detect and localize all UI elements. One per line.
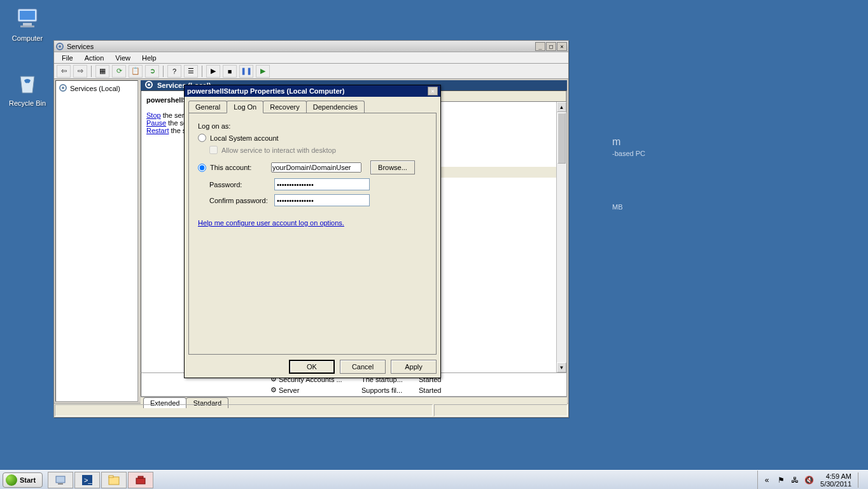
restart-service-button[interactable]: ▶ <box>256 65 270 78</box>
desktop-icon-label: Recycle Bin <box>9 99 46 107</box>
menubar: File Action View Help <box>54 52 568 64</box>
svg-rect-15 <box>109 476 113 478</box>
system-tray: « ⚑ 🖧 🔇 4:59 AM 5/30/2011 <box>757 471 868 489</box>
svg-point-9 <box>148 83 150 86</box>
volume-icon[interactable]: 🔇 <box>804 475 814 485</box>
svg-rect-16 <box>136 478 145 484</box>
svg-text:>_: >_ <box>84 476 92 484</box>
taskbar: Start >_ « ⚑ 🖧 🔇 4:59 AM 5/30/2011 <box>0 470 868 489</box>
gear-icon <box>144 80 153 90</box>
desktop-watermark: m -based PC MB <box>612 136 645 213</box>
gear-icon: ⚙ <box>269 386 279 394</box>
scrollbar[interactable]: ▲ ▼ <box>556 102 566 372</box>
show-desktop-button[interactable] <box>858 472 864 488</box>
radio-this-account[interactable] <box>198 164 206 172</box>
minimize-button[interactable]: _ <box>535 42 545 51</box>
ql-toolbox[interactable] <box>128 472 153 488</box>
confirm-password-label: Confirm password: <box>209 197 274 204</box>
menu-action[interactable]: Action <box>80 53 109 63</box>
ql-explorer[interactable] <box>101 472 127 488</box>
desktop-icon-recycle-bin[interactable]: Recycle Bin <box>5 70 50 107</box>
svg-rect-1 <box>20 11 35 20</box>
ql-powershell[interactable]: >_ <box>74 472 100 488</box>
quick-launch: >_ <box>48 472 153 488</box>
properties-dialog: powershellStartup Properties (Local Comp… <box>184 85 441 378</box>
desktop-icon-computer[interactable]: Computer <box>5 5 50 42</box>
tab-logon[interactable]: Log On <box>227 101 263 113</box>
confirm-password-input[interactable] <box>274 194 370 206</box>
maximize-button[interactable]: □ <box>546 42 556 51</box>
toolbar: ⇦ ⇨ ▦ ⟳ 📋 ➲ ? ☰ ▶ ■ ❚❚ ▶ <box>54 64 568 79</box>
pause-link[interactable]: Pause <box>146 119 166 127</box>
forward-button[interactable]: ⇨ <box>73 65 87 78</box>
tab-recovery[interactable]: Recovery <box>263 101 306 113</box>
window-title: Services <box>67 43 535 50</box>
svg-point-5 <box>59 45 61 48</box>
dialog-panel-logon: Log on as: Local System account Allow se… <box>188 113 437 355</box>
desktop-icon-label: Computer <box>12 34 43 42</box>
svg-rect-3 <box>20 25 34 27</box>
menu-help[interactable]: Help <box>137 53 162 63</box>
help-link[interactable]: Help me configure user account log on op… <box>198 219 344 227</box>
dialog-titlebar[interactable]: powershellStartup Properties (Local Comp… <box>185 85 440 97</box>
clock[interactable]: 4:59 AM 5/30/2011 <box>818 472 854 488</box>
tree-pane: Services (Local) <box>55 80 138 402</box>
titlebar[interactable]: Services _ □ ✕ <box>54 41 568 52</box>
windows-orb-icon <box>6 474 17 486</box>
close-button[interactable]: ✕ <box>557 42 567 51</box>
network-icon[interactable]: 🖧 <box>790 475 800 485</box>
password-label: Password: <box>209 181 274 188</box>
stop-service-button[interactable]: ■ <box>223 65 237 78</box>
svg-point-7 <box>62 87 64 89</box>
dialog-close-button[interactable]: ✕ <box>428 87 438 96</box>
list-button[interactable]: ☰ <box>184 65 198 78</box>
radio-local-system[interactable] <box>198 134 206 142</box>
menu-file[interactable]: File <box>57 53 78 63</box>
scroll-up-button[interactable]: ▲ <box>557 102 566 112</box>
svg-rect-2 <box>23 23 32 25</box>
password-input[interactable] <box>274 178 370 190</box>
start-service-button[interactable]: ▶ <box>206 65 220 78</box>
ql-server-manager[interactable] <box>48 472 73 488</box>
scroll-down-button[interactable]: ▼ <box>557 362 566 372</box>
stop-link[interactable]: Stop <box>146 111 161 119</box>
computer-icon <box>14 5 41 32</box>
restart-link[interactable]: Restart <box>146 127 169 134</box>
apply-button[interactable]: Apply <box>391 360 437 374</box>
svg-rect-11 <box>58 483 63 485</box>
menu-view[interactable]: View <box>110 53 136 63</box>
statusbar <box>54 403 568 417</box>
dialog-title: powershellStartup Properties (Local Comp… <box>187 87 428 95</box>
show-hide-button[interactable]: ▦ <box>95 65 109 78</box>
flag-icon[interactable]: ⚑ <box>776 475 786 485</box>
properties-button[interactable]: ➲ <box>145 65 159 78</box>
checkbox-allow-interact <box>209 146 218 154</box>
tab-dependencies[interactable]: Dependencies <box>306 101 365 113</box>
svg-rect-10 <box>56 476 65 483</box>
gear-icon <box>59 83 67 94</box>
svg-rect-17 <box>138 476 143 478</box>
tab-general[interactable]: General <box>188 101 227 113</box>
refresh-button[interactable]: ⟳ <box>112 65 126 78</box>
recycle-bin-icon <box>14 70 41 97</box>
cancel-button[interactable]: Cancel <box>340 360 386 374</box>
tray-expand-icon[interactable]: « <box>762 475 772 485</box>
pause-service-button[interactable]: ❚❚ <box>239 65 253 78</box>
help-button[interactable]: ? <box>167 65 181 78</box>
ok-button[interactable]: OK <box>289 360 335 374</box>
services-icon <box>55 42 64 51</box>
account-input[interactable] <box>271 162 361 173</box>
tree-node-services-local[interactable]: Services (Local) <box>59 83 135 94</box>
start-button[interactable]: Start <box>3 472 43 488</box>
logon-as-label: Log on as: <box>198 122 427 130</box>
export-button[interactable]: 📋 <box>129 65 143 78</box>
scroll-thumb[interactable] <box>557 113 566 164</box>
browse-button[interactable]: Browse... <box>370 160 415 174</box>
svg-rect-14 <box>109 477 119 485</box>
dialog-tabs: General Log On Recovery Dependencies <box>188 101 437 113</box>
back-button[interactable]: ⇦ <box>57 65 71 78</box>
